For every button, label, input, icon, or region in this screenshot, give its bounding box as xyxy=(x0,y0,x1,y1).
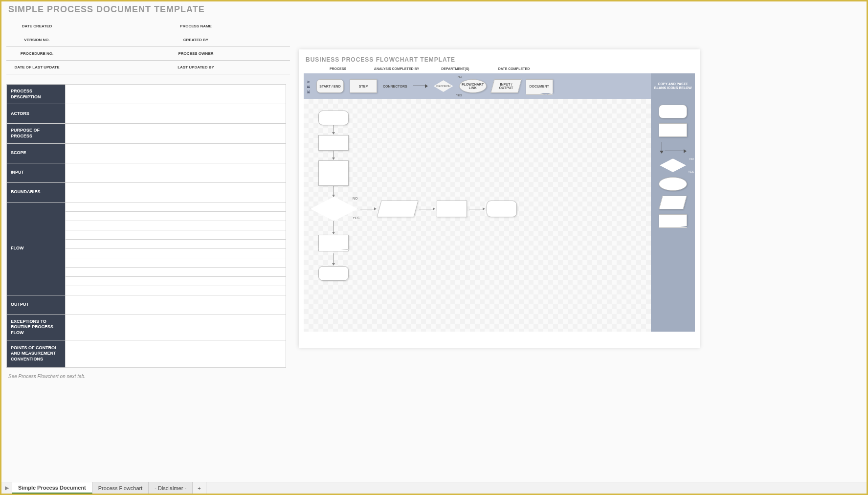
row-label-exceptions: EXCEPTIONS TO ROUTINE PROCESS FLOW xyxy=(7,315,66,340)
connectors-key: CONNECTORS xyxy=(383,85,407,88)
col-process: PROCESS xyxy=(309,67,367,70)
row-label-scope: SCOPE xyxy=(7,143,66,163)
col-analysis: ANALYSIS COMPLETED BY xyxy=(367,67,426,70)
row-label-purpose: PURPOSE OF PROCESS xyxy=(7,124,66,143)
row-val-points[interactable] xyxy=(66,340,286,367)
label-last-updated-by: LAST UPDATED BY xyxy=(165,61,226,74)
col-date: DATE COMPLETED xyxy=(485,67,543,70)
doc-header-grid: DATE CREATED PROCESS NAME VERSION NO. CR… xyxy=(6,20,290,74)
label-date-last-update: DATE OF LAST UPDATE xyxy=(6,61,67,74)
decision-icon xyxy=(434,80,453,92)
decision-no-label: NO xyxy=(353,197,358,200)
field-version-no[interactable] xyxy=(67,33,165,47)
field-last-updated-by[interactable] xyxy=(226,61,290,74)
canvas-process-node[interactable] xyxy=(318,160,349,186)
canvas-terminator-node[interactable] xyxy=(318,111,349,125)
canvas-arrow xyxy=(360,209,374,209)
process-table: PROCESS DESCRIPTION ACTORS PURPOSE OF PR… xyxy=(6,84,286,368)
row-val-purpose[interactable] xyxy=(66,124,286,143)
flowchart-link-icon: FLOWCHART LINK xyxy=(459,79,487,93)
add-sheet-button[interactable]: + xyxy=(193,482,206,494)
row-val-flow-5[interactable] xyxy=(66,239,286,248)
canvas-terminator-node[interactable] xyxy=(318,266,349,281)
flowchart-column-headers: PROCESS ANALYSIS COMPLETED BY DEPARTMENT… xyxy=(304,67,548,73)
canvas-arrow xyxy=(334,151,334,158)
canvas-process-node[interactable] xyxy=(318,135,349,151)
process-document: SIMPLE PROCESS DOCUMENT TEMPLATE DATE CR… xyxy=(6,4,290,379)
row-val-scope[interactable] xyxy=(66,143,286,163)
palette-connector-icon[interactable] xyxy=(660,142,686,154)
canvas-arrow xyxy=(334,253,334,263)
flowchart-key-bar: KEY START / END STEP CONNECTORS DECISION… xyxy=(304,73,695,99)
canvas-decision-node[interactable] xyxy=(311,197,357,221)
field-date-last-update[interactable] xyxy=(67,61,165,74)
shape-palette: NO YES xyxy=(651,99,695,332)
process-step-icon: STEP xyxy=(350,79,377,93)
decision-yes-label: YES xyxy=(353,216,359,220)
col-departments: DEPARTMENT(S) xyxy=(426,67,485,70)
key-label: KEY xyxy=(304,73,313,99)
canvas-arrow xyxy=(334,186,334,195)
row-val-output[interactable] xyxy=(66,295,286,315)
row-val-flow-8[interactable] xyxy=(66,267,286,276)
field-procedure-no[interactable] xyxy=(67,47,165,61)
row-val-flow-10[interactable] xyxy=(66,286,286,295)
row-val-flow-4[interactable] xyxy=(66,230,286,239)
blank-icons-label: COPY AND PASTE BLANK ICONS BELOW xyxy=(651,73,695,99)
palette-document-icon[interactable] xyxy=(659,214,687,226)
row-label-actors: ACTORS xyxy=(7,104,66,124)
canvas-arrow xyxy=(469,209,483,209)
field-process-name[interactable] xyxy=(226,20,290,33)
row-val-flow-1[interactable] xyxy=(66,202,286,211)
tab-simple-process-document[interactable]: Simple Process Document xyxy=(12,482,92,494)
flowchart-canvas[interactable]: NO YES xyxy=(304,99,651,332)
field-date-created[interactable] xyxy=(67,20,165,33)
doc-footnote: See Process Flowchart on next tab. xyxy=(6,374,290,379)
document-icon: DOCUMENT xyxy=(526,79,553,93)
canvas-io-node[interactable] xyxy=(377,201,418,217)
canvas-document-node[interactable] xyxy=(318,235,349,249)
field-process-owner[interactable] xyxy=(226,47,290,61)
tab-process-flowchart[interactable]: Process Flowchart xyxy=(92,482,149,494)
palette-io-icon[interactable] xyxy=(659,196,687,209)
palette-decision-icon xyxy=(660,158,686,172)
canvas-process-node[interactable] xyxy=(437,201,467,217)
row-val-flow-2[interactable] xyxy=(66,211,286,221)
terminator-icon: START / END xyxy=(316,79,344,93)
canvas-terminator-node[interactable] xyxy=(487,201,517,217)
label-process-name: PROCESS NAME xyxy=(165,20,226,33)
row-label-boundaries: BOUNDARIES xyxy=(7,182,66,202)
field-created-by[interactable] xyxy=(226,33,290,47)
row-label-input: INPUT xyxy=(7,163,66,182)
row-val-boundaries[interactable] xyxy=(66,182,286,202)
row-label-flow: FLOW xyxy=(7,202,66,295)
row-label-output: OUTPUT xyxy=(7,295,66,315)
row-label-points: POINTS OF CONTROL AND MEASUREMENT CONVEN… xyxy=(7,340,66,367)
row-val-input[interactable] xyxy=(66,163,286,182)
row-val-flow-9[interactable] xyxy=(66,276,286,286)
row-val-actors[interactable] xyxy=(66,104,286,124)
label-date-created: DATE CREATED xyxy=(6,20,67,33)
flowchart-body: NO YES NO YES xyxy=(304,99,695,332)
tab-disclaimer[interactable]: - Disclaimer - xyxy=(149,482,193,494)
palette-ellipse-icon[interactable] xyxy=(659,177,687,191)
sheet-tabs: ▶ Simple Process Document Process Flowch… xyxy=(1,482,867,494)
palette-process-icon[interactable] xyxy=(659,123,687,137)
canvas-arrow xyxy=(334,221,334,232)
io-icon: INPUT / OUTPUT xyxy=(490,79,522,93)
flowchart-panel: BUSINESS PROCESS FLOWCHART TEMPLATE PROC… xyxy=(299,49,700,348)
canvas-arrow xyxy=(334,125,334,132)
row-val-flow-7[interactable] xyxy=(66,258,286,267)
palette-decision-wrap[interactable]: NO YES xyxy=(660,158,686,172)
row-val-exceptions[interactable] xyxy=(66,315,286,340)
decision-key: DECISION NO YES xyxy=(431,80,456,92)
tab-nav-prev[interactable]: ▶ xyxy=(1,482,12,494)
label-version-no: VERSION NO. xyxy=(6,33,67,47)
label-process-owner: PROCESS OWNER xyxy=(165,47,226,61)
arrow-icon xyxy=(413,84,428,88)
row-val-flow-3[interactable] xyxy=(66,221,286,230)
palette-terminator-icon[interactable] xyxy=(659,105,687,118)
flowchart-title: BUSINESS PROCESS FLOWCHART TEMPLATE xyxy=(304,56,695,63)
row-val-description[interactable] xyxy=(66,85,286,104)
row-val-flow-6[interactable] xyxy=(66,248,286,258)
